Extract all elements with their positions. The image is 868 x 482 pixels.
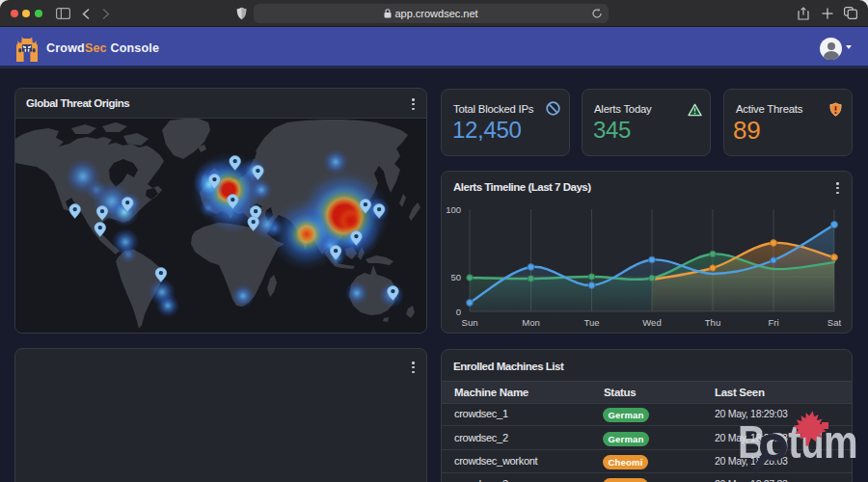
svg-text:Sun: Sun [462,317,478,328]
svg-text:Sat: Sat [827,317,842,328]
svg-text:Fri: Fri [768,317,778,328]
svg-text:50: 50 [450,272,461,282]
svg-text:Mon: Mon [522,317,539,328]
svg-text:Tue: Tue [583,317,599,328]
svg-text:Wed: Wed [642,317,661,328]
svg-text:Thu: Thu [705,317,720,328]
svg-text:100: 100 [446,204,461,215]
svg-text:0: 0 [456,307,461,317]
